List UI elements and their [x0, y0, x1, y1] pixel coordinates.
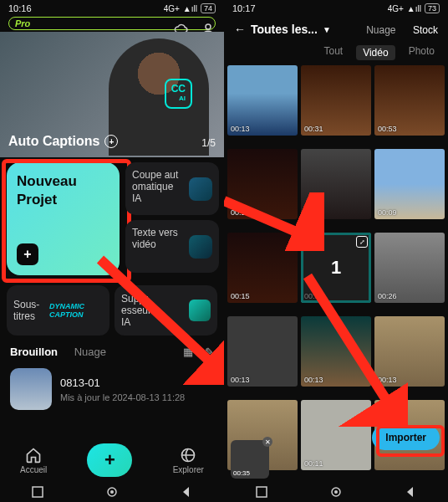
back-arrow-icon: ←	[234, 23, 246, 36]
media-cell[interactable]: 00:09	[374, 149, 445, 219]
status-time-r: 10:17	[232, 3, 256, 13]
sys-recent-icon[interactable]	[255, 485, 268, 499]
subtab-all[interactable]: Tout	[323, 45, 343, 60]
tile-subtitles[interactable]: Sous-titres DYNAMIC CAPTION	[7, 285, 109, 336]
hero-count: 1/5	[201, 137, 216, 149]
expand-icon[interactable]: ⤢	[356, 236, 368, 248]
subtab-photo[interactable]: Photo	[409, 45, 435, 60]
tile-text-to-video[interactable]: Texte vers vidéo	[125, 220, 219, 273]
tray-thumb[interactable]: ✕ 00:35	[231, 440, 269, 479]
hero-image	[109, 38, 209, 156]
media-subtabs: Tout Vidéo Photo	[224, 44, 448, 65]
eraser-icon	[189, 300, 211, 321]
grid-icon[interactable]: ▦	[183, 346, 193, 358]
svg-point-0	[206, 24, 211, 29]
sys-back-icon[interactable]	[180, 485, 193, 499]
nav-explore[interactable]: Explorer	[173, 447, 204, 474]
nav-explore-label: Explorer	[173, 465, 204, 474]
duration: 00:31	[304, 125, 323, 133]
media-cell[interactable]: 00:13	[227, 65, 298, 136]
new-project-l1: Nouveau	[17, 172, 109, 191]
project-meta: 0813-01 Mis à jour le 2024-08-13 11:28	[60, 376, 185, 402]
new-project-tile[interactable]: Nouveau Projet +	[7, 162, 120, 275]
duration: 00:15	[231, 292, 250, 300]
plus-icon: +	[17, 243, 38, 265]
nav-home[interactable]: Accueil	[20, 447, 47, 474]
duration: 00:13	[231, 125, 250, 133]
status-bar: 10:16 4G+ ▲ıll 74	[0, 0, 224, 15]
hero-title: Auto Captions	[8, 134, 99, 149]
small-tiles: Coupe aut omatique IA Texte vers vidéo	[125, 162, 219, 273]
project-item[interactable]: 0813-01 Mis à jour le 2024-08-13 11:28	[0, 363, 224, 415]
import-button[interactable]: Importer	[372, 425, 440, 450]
status-net-icon: 4G+	[164, 4, 180, 13]
sys-home-icon[interactable]	[105, 485, 119, 499]
media-cell[interactable]: 00:13	[227, 316, 298, 387]
tile-eraser[interactable]: Suppr esseur IA	[115, 285, 217, 336]
project-name: 0813-01	[60, 376, 185, 389]
media-cell[interactable]: 00:13	[301, 316, 371, 387]
sys-home-icon[interactable]	[329, 485, 343, 499]
media-grid: 00:13 00:31 00:53 00:16 00:41 00:09 00:1…	[224, 65, 448, 480]
album-dropdown[interactable]: ← Toutes les... ▼	[234, 23, 331, 36]
tab-nuage[interactable]: Nuage	[74, 346, 106, 358]
fab-add[interactable]: +	[87, 443, 132, 477]
media-cell[interactable]: 00:11	[301, 400, 371, 470]
duration: 00:13	[378, 376, 397, 384]
svg-point-4	[110, 490, 114, 494]
tile-subtitles-label: Sous-titres	[13, 299, 49, 322]
screen-left: 10:16 4G+ ▲ıll 74 Pro CC AI Auto Caption…	[0, 0, 224, 502]
cc-ai-badge: CC AI	[165, 79, 192, 109]
signal-icon: ▲ıll	[183, 4, 197, 13]
tray-duration: 00:35	[233, 469, 250, 477]
source-tabs: Nuage Stock	[353, 22, 438, 37]
tab-brouillon[interactable]: Brouillon	[10, 346, 58, 358]
tiles-row2: Sous-titres DYNAMIC CAPTION Suppr esseur…	[0, 285, 224, 336]
media-cell[interactable]: 00:53	[374, 65, 445, 136]
sys-recent-icon[interactable]	[31, 485, 44, 499]
hero-banner[interactable]: CC AI Auto Captions + 1/5	[0, 32, 224, 157]
status-net-r: 4G+	[388, 4, 404, 13]
edit-icon[interactable]: ✎	[205, 346, 214, 358]
tile-autocut[interactable]: Coupe aut omatique IA	[125, 162, 219, 215]
system-nav-r	[224, 480, 448, 502]
selection-number: 1	[331, 257, 341, 279]
robot-icon	[189, 177, 212, 201]
sys-back-icon[interactable]	[404, 485, 417, 499]
text-video-icon	[189, 235, 212, 259]
duration: 00:35	[304, 292, 323, 300]
duration: 00:16	[231, 208, 250, 217]
screen-right: 10:17 4G+ ▲ıll 73 ← Toutes les... ▼ Nuag…	[224, 0, 448, 502]
media-cell[interactable]: 00:15	[227, 233, 298, 303]
battery-icon: 74	[201, 3, 216, 13]
remove-icon[interactable]: ✕	[262, 437, 272, 447]
project-thumb	[10, 368, 52, 410]
tile-eraser-label: Suppr esseur IA	[121, 293, 151, 328]
plus-circle-icon[interactable]: +	[104, 135, 118, 148]
tiles-area: Nouveau Projet + Coupe aut omatique IA T…	[0, 157, 224, 280]
picker-header: ← Toutes les... ▼ Nuage Stock	[224, 15, 448, 44]
duration: 00:11	[304, 459, 323, 468]
media-cell[interactable]: 00:13	[374, 316, 445, 387]
media-cell[interactable]: 00:26	[374, 233, 445, 303]
tile-autocut-label: Coupe aut omatique IA	[132, 169, 178, 204]
duration: 00:26	[378, 292, 397, 300]
album-title: Toutes les...	[251, 23, 318, 36]
media-cell[interactable]: 00:31	[301, 65, 371, 136]
bottom-nav: Accueil + Explorer	[0, 437, 224, 480]
svg-point-8	[334, 490, 338, 494]
media-cell[interactable]: 00:41	[301, 149, 371, 219]
status-right-r: 4G+ ▲ıll 73	[388, 3, 440, 13]
projects-tabs: Brouillon Nuage ▦ ✎	[0, 336, 224, 363]
tabs-left: Brouillon Nuage	[10, 346, 120, 358]
duration: 00:41	[304, 208, 323, 217]
duration: 00:13	[304, 376, 323, 384]
chevron-down-icon: ▼	[323, 25, 331, 34]
tab-stock[interactable]: Stock	[413, 24, 438, 36]
media-cell[interactable]: 00:16	[227, 149, 298, 219]
duration: 00:09	[378, 208, 397, 217]
media-cell-selected[interactable]: ⤢ 1 00:35	[301, 233, 371, 303]
subtab-video[interactable]: Vidéo	[356, 45, 395, 60]
system-nav	[0, 480, 224, 502]
tab-cloud[interactable]: Nuage	[366, 24, 395, 36]
